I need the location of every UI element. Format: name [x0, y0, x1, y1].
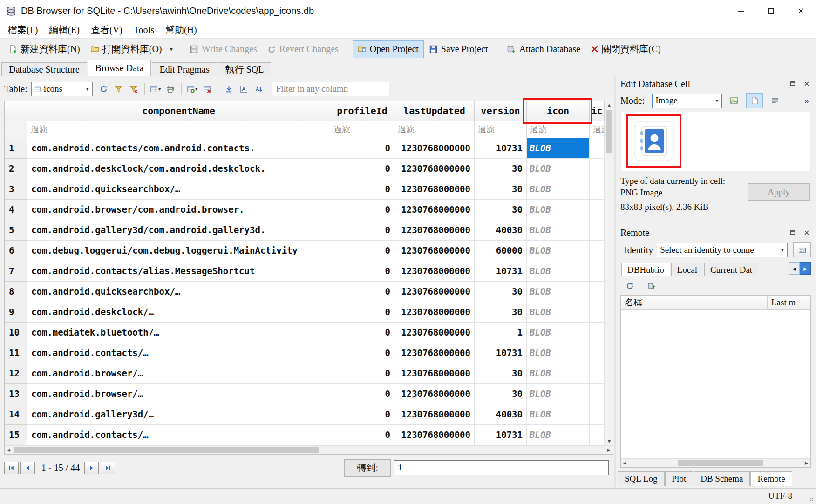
dock-tab-db-schema[interactable]: DB Schema [694, 471, 750, 486]
next-record-button[interactable] [84, 462, 99, 474]
scroll-down-button[interactable]: ▼ [605, 437, 613, 445]
float-dock-button[interactable] [789, 228, 797, 237]
dock-tab-remote[interactable]: Remote [750, 471, 792, 486]
table-select[interactable]: icons ▾ [31, 82, 93, 96]
new-record-button[interactable]: ▾ [185, 81, 200, 96]
cell-version[interactable]: 30 [475, 281, 527, 302]
row-number[interactable]: 10 [5, 322, 27, 343]
cell-icon[interactable]: BLOB [527, 343, 590, 363]
cell-profileid[interactable]: 0 [330, 383, 394, 404]
cell-profileid[interactable]: 0 [330, 281, 394, 302]
image-view-button[interactable] [746, 93, 763, 108]
row-number[interactable]: 15 [5, 424, 27, 445]
cell-componentname[interactable]: com.android.browser/… [27, 383, 330, 404]
filter-cell-profileid[interactable]: 過濾 [330, 121, 394, 138]
column-header-ic[interactable]: ic [590, 101, 605, 121]
clear-filters-button[interactable] [126, 81, 141, 96]
cell-version[interactable]: 10731 [475, 261, 527, 281]
cell-version[interactable]: 30 [475, 179, 527, 199]
export-data-button[interactable] [726, 93, 742, 108]
cell-icon[interactable]: BLOB [527, 199, 590, 220]
tab-edit-pragmas[interactable]: Edit Pragmas [152, 62, 217, 76]
cell-componentname[interactable]: com.android.deskclock/… [27, 302, 330, 322]
cell-componentname[interactable]: com.android.browser/com.android.browser. [27, 199, 330, 220]
save-project-button[interactable]: Save Project [424, 40, 493, 58]
save-table-button[interactable]: ▾ [148, 81, 163, 96]
text-view-button[interactable] [767, 93, 783, 108]
column-header-lastupdated[interactable]: lastUpdated [394, 101, 475, 121]
cell-componentname[interactable]: com.android.quicksearchbox/… [27, 281, 330, 302]
cell-componentname[interactable]: com.android.quicksearchbox/… [27, 179, 330, 199]
row-number[interactable]: 5 [5, 220, 27, 240]
scroll-right-button[interactable]: ▶ [802, 459, 810, 467]
cell-icon[interactable]: BLOB [527, 281, 590, 302]
identity-select[interactable]: Select an identity to conne ▾ [657, 243, 788, 257]
cell-componentname[interactable]: com.mediatek.bluetooth/… [27, 322, 330, 343]
cell-lastupdated[interactable]: 1230768000000 [394, 240, 475, 261]
row-number[interactable]: 3 [5, 179, 27, 199]
menu-item-v[interactable]: 查看(V) [85, 21, 128, 38]
filter-cell-icon[interactable]: 過濾 [527, 121, 590, 138]
cell-icon[interactable]: BLOB [527, 138, 590, 158]
overflow-chevron[interactable]: » [802, 95, 811, 106]
column-header-componentname[interactable]: componentName [27, 101, 330, 121]
cell-version[interactable]: 10731 [475, 424, 527, 445]
column-header-icon[interactable]: icon [527, 101, 590, 121]
close-database-button[interactable]: 關閉資料庫(C) [585, 40, 666, 58]
cell-componentname[interactable]: com.android.contacts/alias.MessageShortc… [27, 261, 330, 281]
delete-record-button[interactable] [200, 81, 215, 96]
filter-cell-lastupdated[interactable]: 過濾 [394, 121, 475, 138]
cell-icon[interactable]: BLOB [527, 220, 590, 240]
cell-icon[interactable]: BLOB [527, 179, 590, 199]
cell-version[interactable]: 30 [475, 363, 527, 383]
tab-sql[interactable]: 執行 SQL [218, 62, 272, 76]
cell-profileid[interactable]: 0 [330, 138, 394, 158]
cell-version[interactable]: 60000 [475, 240, 527, 261]
maximize-button[interactable] [756, 0, 786, 21]
column-header-profileid[interactable]: profileId [330, 101, 394, 121]
cell-componentname[interactable]: com.debug.loggerui/com.debug.loggerui.Ma… [27, 240, 330, 261]
cell-version[interactable]: 40030 [475, 404, 527, 424]
horizontal-scroll-thumb[interactable] [14, 447, 319, 453]
remote-push-button[interactable] [644, 278, 659, 293]
cell-icon[interactable]: BLOB [527, 261, 590, 281]
tab-browse-data[interactable]: Browse Data [88, 60, 151, 76]
cell-componentname[interactable]: com.android.deskclock/com.android.deskcl… [27, 158, 330, 179]
row-number[interactable]: 6 [5, 240, 27, 261]
row-number[interactable]: 8 [5, 281, 27, 302]
scroll-right-button[interactable]: ▶ [605, 446, 613, 454]
row-number[interactable]: 9 [5, 302, 27, 322]
cell-lastupdated[interactable]: 1230768000000 [394, 261, 475, 281]
remote-tab-dbhub-io[interactable]: DBHub.io [621, 263, 670, 276]
tab-scroll-right-button[interactable]: ▶ [800, 262, 811, 275]
tab-database-structure[interactable]: Database Structure [1, 62, 87, 76]
filter-cell-ic[interactable]: 過濾 [590, 121, 605, 138]
cell-componentname[interactable]: com.android.contacts/… [27, 343, 330, 363]
open-project-button[interactable]: Open Project [353, 40, 424, 58]
cell-icon[interactable]: BLOB [527, 424, 590, 445]
column-header-version[interactable]: version [475, 101, 527, 121]
filter-cell-componentname[interactable]: 過濾 [27, 121, 330, 138]
cell-icon[interactable]: BLOB [527, 322, 590, 343]
cell-version[interactable]: 30 [475, 302, 527, 322]
close-dock-button[interactable] [802, 80, 811, 88]
tab-scroll-left-button[interactable]: ◀ [789, 262, 800, 275]
cell-profileid[interactable]: 0 [330, 404, 394, 424]
cell-componentname[interactable]: com.android.gallery3d/com.android.galler… [27, 220, 330, 240]
cell-profileid[interactable]: 0 [330, 240, 394, 261]
cell-icon[interactable]: BLOB [527, 383, 590, 404]
write-changes-button[interactable]: Write Changes [184, 40, 262, 58]
remote-refresh-button[interactable] [622, 278, 637, 293]
cell-lastupdated[interactable]: 1230768000000 [394, 383, 475, 404]
remote-column-last-modified[interactable]: Last m [768, 296, 810, 310]
cell-lastupdated[interactable]: 1230768000000 [394, 179, 475, 199]
cell-version[interactable]: 30 [475, 158, 527, 179]
attach-database-button[interactable]: Attach Database [502, 40, 585, 58]
row-number[interactable]: 14 [5, 404, 27, 424]
scroll-left-button[interactable]: ◀ [5, 446, 13, 454]
previous-record-button[interactable] [20, 462, 35, 474]
cell-version[interactable]: 30 [475, 383, 527, 404]
cell-lastupdated[interactable]: 1230768000000 [394, 302, 475, 322]
cell-version[interactable]: 10731 [475, 138, 527, 158]
cell-lastupdated[interactable]: 1230768000000 [394, 138, 475, 158]
